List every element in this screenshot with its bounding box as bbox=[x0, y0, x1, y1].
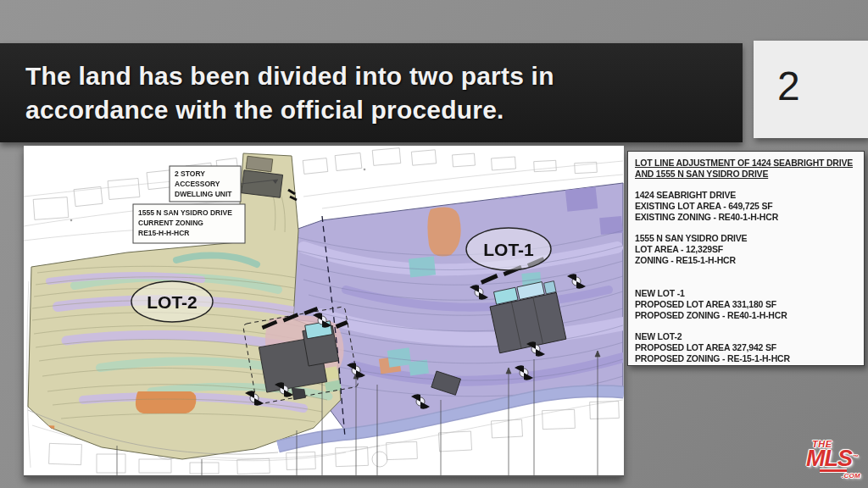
panel-line: PROPOSED ZONING - RE-15-1-H-HCR bbox=[635, 353, 857, 364]
panel-line: PROPOSED LOT AREA 327,942 SF bbox=[635, 342, 857, 353]
panel-line: 1424 SEABRIGHT DRIVE bbox=[635, 190, 857, 201]
panel-line: ZONING - RE15-1-H-HCR bbox=[635, 255, 857, 266]
mls-logo-com: .COM bbox=[806, 472, 860, 480]
panel-line: LOT AREA - 12,329SF bbox=[635, 244, 857, 255]
panel-title-line2: AND 1555 N SAN YSIDRO DRIVE bbox=[635, 169, 857, 180]
panel-line: NEW LOT-2 bbox=[635, 331, 857, 342]
zoning-note-box: 1555 N SAN YSIDRO DRIVE CURRENT ZONING R… bbox=[133, 204, 245, 243]
trademark-symbol: ™ bbox=[853, 446, 858, 468]
panel-line: PROPOSED LOT AREA 331,180 SF bbox=[635, 299, 857, 310]
panel-line: PROPOSED ZONING - RE40-1-H-HCR bbox=[635, 310, 857, 321]
slide-title-banner: The land has been divided into two parts… bbox=[0, 43, 743, 142]
lot2-label: LOT-2 bbox=[147, 292, 198, 312]
lot1-callout: LOT-1 bbox=[466, 228, 551, 270]
lot-adjustment-panel: LOT LINE ADJUSTMENT OF 1424 SEABRIGHT DR… bbox=[627, 151, 865, 366]
slide-title-line1: The land has been divided into two parts… bbox=[25, 59, 743, 93]
mls-logo-mls: MLS™ bbox=[806, 448, 862, 469]
slide-title-line2: accordance with the official procedure. bbox=[25, 93, 743, 127]
panel-block-existing-sanysidro: 1555 N SAN YSIDRO DRIVE LOT AREA - 12,32… bbox=[635, 233, 857, 266]
mls-logo: THE MLS™ .COM bbox=[806, 440, 862, 482]
adu-note-line2: ACCESSORY bbox=[175, 180, 220, 188]
panel-block-new-lot1: NEW LOT -1 PROPOSED LOT AREA 331,180 SF … bbox=[635, 288, 857, 321]
zoning-note-line3: RE15-H-H-HCR bbox=[138, 229, 189, 237]
survey-map-drawing: LOT-2 LOT-1 2 STORY ACCESSORY DWELLING U… bbox=[24, 146, 624, 475]
panel-title-line1: LOT LINE ADJUSTMENT OF 1424 SEABRIGHT DR… bbox=[635, 158, 857, 169]
lot1-label: LOT-1 bbox=[483, 240, 534, 259]
panel-line: NEW LOT -1 bbox=[635, 288, 857, 299]
lot2-callout: LOT-2 bbox=[131, 281, 213, 322]
zoning-note-line1: 1555 N SAN YSIDRO DRIVE bbox=[138, 208, 232, 217]
panel-block-new-lot2: NEW LOT-2 PROPOSED LOT AREA 327,942 SF P… bbox=[635, 331, 857, 364]
panel-line: EXISTING ZONING - RE40-1-H-HCR bbox=[635, 212, 857, 223]
page-number: 2 bbox=[777, 63, 800, 109]
adu-note-line1: 2 STORY bbox=[175, 169, 205, 178]
panel-block-existing-seabright: 1424 SEABRIGHT DRIVE EXISTING LOT AREA -… bbox=[635, 190, 857, 223]
survey-map: LOT-2 LOT-1 2 STORY ACCESSORY DWELLING U… bbox=[24, 146, 624, 477]
panel-line: 1555 N SAN YSIDRO DRIVE bbox=[635, 233, 857, 244]
adu-note-line3: DWELLING UNIT bbox=[175, 190, 232, 198]
zoning-note-line2: CURRENT ZONING bbox=[138, 219, 203, 227]
page-number-box: 2 bbox=[754, 41, 868, 138]
panel-line: EXISTING LOT AREA - 649,725 SF bbox=[635, 201, 857, 212]
